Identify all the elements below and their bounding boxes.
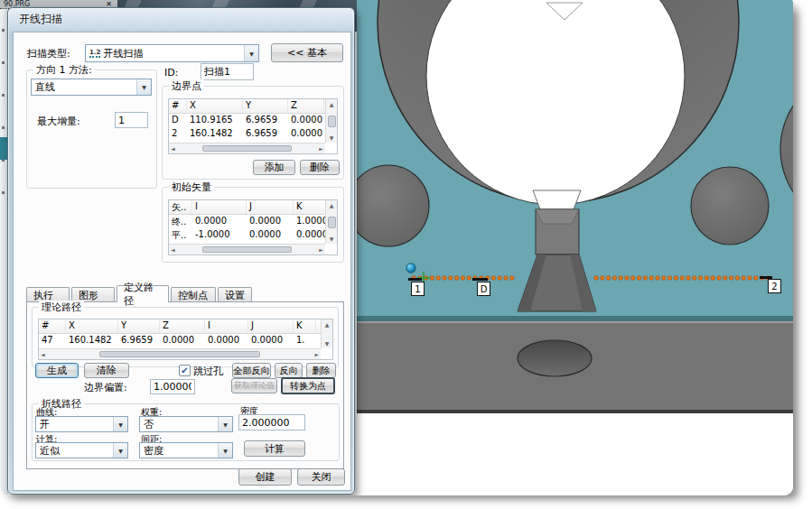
curve-combo[interactable]: 开 ▼ — [35, 416, 128, 432]
scan-type-value: 开线扫描 — [103, 47, 143, 60]
scrollbar-thumb[interactable] — [202, 145, 291, 152]
vertical-scrollbar[interactable]: ▲ ▼ — [321, 319, 332, 348]
close-button[interactable]: 关闭 — [297, 468, 345, 486]
scroll-right-icon[interactable]: ► — [319, 246, 323, 253]
tab-settings[interactable]: 设置 — [218, 287, 252, 302]
generate-button[interactable]: 生成 — [35, 363, 79, 378]
scan-dot — [436, 276, 441, 281]
scroll-up-icon[interactable]: ▲ — [330, 202, 334, 208]
chevron-down-icon[interactable]: ▼ — [218, 443, 232, 458]
scan-dot — [754, 276, 759, 281]
delete-path-button[interactable]: 删除 — [306, 363, 336, 378]
vertical-scrollbar[interactable]: ▲ ▼ — [325, 99, 337, 143]
marker-tick-1 — [408, 278, 422, 281]
boundary-offset-input[interactable] — [150, 379, 195, 394]
tab-define-path[interactable]: 定义路径 — [117, 285, 169, 302]
clear-button[interactable]: 清除 — [84, 363, 129, 378]
col-header: # — [39, 319, 66, 333]
add-button[interactable]: 添加 — [253, 160, 295, 175]
scrollbar-thumb[interactable] — [328, 116, 336, 127]
cell: 0.0000 — [248, 334, 294, 347]
scroll-up-icon[interactable]: ▲ — [325, 321, 330, 328]
horizontal-scrollbar[interactable]: ◄ ► — [39, 348, 321, 359]
vertical-scrollbar[interactable]: ▲ ▼ — [325, 200, 337, 244]
scan-marker-1[interactable]: 1 — [411, 282, 425, 296]
scrollbar-thumb[interactable] — [99, 351, 261, 357]
get-theoretical-button[interactable]: 获取理论值 — [231, 378, 277, 393]
marker-tick-d — [472, 278, 488, 281]
chevron-down-icon[interactable]: ▼ — [136, 79, 151, 95]
col-header: # — [169, 99, 187, 113]
scan-dot — [680, 276, 685, 281]
boundary-points-group-title: 边界点 — [169, 79, 204, 93]
delete-button[interactable]: 删除 — [300, 160, 340, 175]
spacing-combo[interactable]: 密度 ▼ — [139, 442, 233, 458]
id-label: ID: — [164, 67, 178, 79]
probe-ball-icon — [406, 264, 415, 273]
chevron-down-icon[interactable]: ▼ — [244, 45, 258, 61]
scan-type-label: 扫描类型: — [27, 47, 70, 60]
max-increment-input[interactable] — [115, 112, 148, 128]
curve-value: 开 — [36, 417, 113, 431]
reverse-button[interactable]: 反向 — [275, 363, 303, 378]
basic-toggle-button[interactable]: << 基本 — [271, 43, 343, 62]
scroll-left-icon[interactable]: ◄ — [41, 351, 45, 357]
initial-vector-table[interactable]: 矢.. I J K 终.. 0.0000 0.0000 1.0000 平.. -… — [168, 199, 338, 255]
cell: 160.1482 — [187, 127, 243, 141]
scan-marker-2[interactable]: 2 — [768, 279, 781, 293]
direction-method-combo[interactable]: 直线 ▼ — [31, 79, 152, 96]
theoretical-path-table[interactable]: # X Y Z I J K 47 160.1482 6.9659 0.0000 … — [38, 319, 333, 360]
horizontal-scrollbar[interactable]: ◄ ► — [169, 143, 325, 153]
hole-circle-right — [691, 167, 769, 245]
chevron-down-icon[interactable]: ▼ — [113, 417, 127, 431]
scrollbar-thumb[interactable] — [328, 217, 336, 228]
tab-control-points[interactable]: 控制点 — [171, 287, 216, 302]
col-header: J — [248, 319, 294, 333]
scroll-down-icon[interactable]: ▼ — [330, 134, 334, 141]
key-top-chamfer — [536, 209, 579, 224]
scan-type-combo[interactable]: 1.2开线扫描 ▼ — [85, 44, 259, 62]
table-row[interactable]: D 110.9165 6.9659 0.0000 — [169, 114, 337, 127]
skip-holes-checkbox[interactable]: ✔ — [179, 365, 191, 376]
reverse-all-button[interactable]: 全部反向 — [232, 363, 271, 378]
cell: 47 — [39, 334, 66, 347]
weight-combo[interactable]: 否 ▼ — [139, 416, 233, 432]
scroll-right-icon[interactable]: ► — [314, 351, 319, 357]
table-row[interactable]: 终.. 0.0000 0.0000 1.0000 — [169, 215, 337, 228]
horizontal-scrollbar[interactable]: ◄ ► — [169, 244, 325, 255]
scan-dot — [674, 276, 678, 281]
table-row[interactable]: 2 160.1482 6.9659 0.0000 — [169, 127, 337, 141]
table-row[interactable]: 平.. -1.0000 0.0000 0.0000 — [169, 228, 337, 242]
cell: 2 — [169, 127, 187, 141]
calculate-button[interactable]: 计算 — [244, 440, 305, 457]
scroll-down-icon[interactable]: ▼ — [325, 340, 330, 347]
chevron-down-icon[interactable]: ▼ — [218, 417, 232, 431]
teal-toolbar-fragment — [0, 137, 7, 160]
cad-3d-viewport[interactable]: 1 D 2 — [357, 0, 793, 495]
convert-to-points-button[interactable]: 转换为点 — [281, 377, 335, 394]
band-bottom-edge — [357, 410, 793, 413]
scan-dot — [454, 276, 459, 281]
viewport-floor-white — [357, 413, 793, 495]
scroll-left-icon[interactable]: ◄ — [171, 145, 175, 152]
create-button[interactable]: 创建 — [238, 468, 292, 486]
scan-dot — [510, 276, 515, 281]
col-header: Z — [288, 99, 324, 113]
scan-marker-d[interactable]: D — [477, 282, 490, 296]
col-header: Y — [243, 99, 288, 113]
scroll-left-icon[interactable]: ◄ — [171, 246, 175, 253]
id-input[interactable] — [201, 63, 254, 80]
cell: 1. — [294, 334, 316, 347]
boundary-points-table[interactable]: # X Y Z D 110.9165 6.9659 0.0000 2 160.1… — [168, 98, 338, 154]
theoretical-path-group-title: 理论路径 — [39, 301, 84, 314]
cell: 6.9659 — [243, 127, 288, 141]
col-header: K — [294, 319, 316, 333]
calc-method-combo[interactable]: 近似 ▼ — [35, 442, 128, 458]
scroll-down-icon[interactable]: ▼ — [330, 236, 334, 242]
scroll-right-icon[interactable]: ► — [319, 145, 323, 152]
table-row[interactable]: 47 160.1482 6.9659 0.0000 0.0000 0.0000 … — [39, 334, 332, 347]
chevron-down-icon[interactable]: ▼ — [113, 443, 127, 458]
scroll-up-icon[interactable]: ▲ — [330, 101, 334, 107]
scrollbar-thumb[interactable] — [202, 246, 291, 253]
density-input[interactable] — [238, 414, 305, 430]
